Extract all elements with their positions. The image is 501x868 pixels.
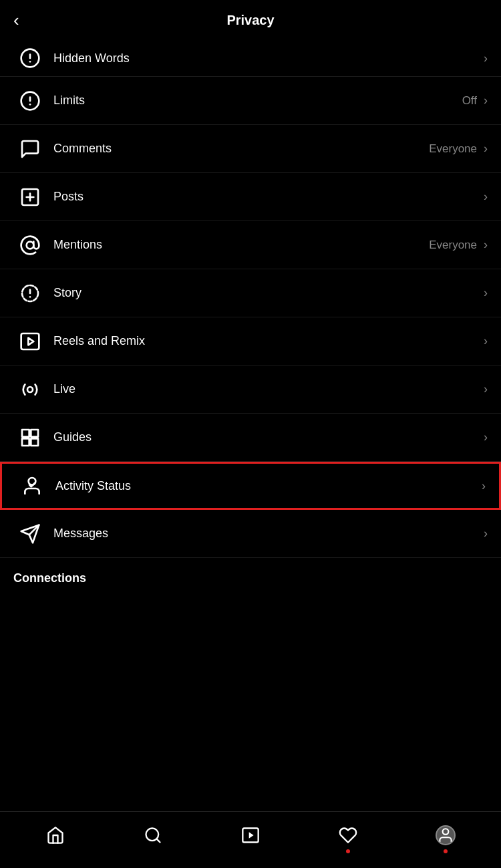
nav-reels[interactable] (230, 819, 271, 852)
hidden-words-label: Hidden Words (53, 51, 484, 65)
svg-marker-14 (28, 337, 33, 345)
menu-item-guides[interactable]: Guides › (0, 414, 501, 462)
header: ‹ Privacy (0, 0, 501, 40)
live-chevron: › (484, 382, 488, 396)
back-button[interactable]: ‹ (13, 10, 19, 31)
home-icon (46, 826, 65, 845)
limits-value: Off (462, 94, 477, 108)
svg-line-24 (156, 839, 160, 842)
svg-rect-17 (31, 430, 38, 437)
activity-status-label: Activity Status (55, 479, 475, 493)
bottom-nav (0, 811, 501, 868)
posts-label: Posts (53, 190, 477, 204)
nav-home[interactable] (35, 819, 75, 852)
story-icon (13, 277, 47, 310)
menu-item-limits[interactable]: Limits Off › (0, 77, 501, 125)
mentions-chevron: › (484, 238, 488, 252)
live-label: Live (53, 382, 477, 396)
comments-chevron: › (484, 142, 488, 156)
page-title: Privacy (226, 13, 274, 28)
live-icon (13, 373, 47, 406)
guides-icon (13, 421, 47, 454)
svg-rect-16 (22, 430, 29, 437)
svg-rect-19 (31, 438, 38, 446)
activity-status-icon (15, 469, 49, 502)
menu-list: Hidden Words › Limits Off › Co (0, 40, 501, 558)
story-label: Story (53, 286, 477, 300)
hidden-words-icon (13, 41, 47, 75)
comments-label: Comments (53, 142, 429, 156)
menu-item-posts[interactable]: Posts › (0, 173, 501, 221)
mentions-label: Mentions (53, 238, 429, 252)
menu-item-hidden-words[interactable]: Hidden Words › (0, 40, 501, 77)
hidden-words-chevron: › (484, 51, 488, 65)
svg-point-9 (27, 241, 34, 249)
connections-label: Connections (13, 571, 86, 585)
mentions-value: Everyone (429, 239, 477, 252)
guides-chevron: › (484, 430, 488, 444)
connections-section: Connections (0, 558, 501, 591)
search-icon (144, 826, 162, 845)
menu-item-live[interactable]: Live › (0, 366, 501, 414)
activity-status-chevron: › (482, 479, 486, 493)
svg-rect-18 (22, 438, 29, 446)
posts-chevron: › (484, 190, 488, 204)
reels-label: Reels and Remix (53, 334, 477, 348)
svg-marker-26 (249, 832, 254, 838)
reels-nav-icon (241, 826, 260, 845)
activity-dot (346, 849, 350, 853)
menu-item-messages[interactable]: Messages › (0, 510, 501, 558)
messages-chevron: › (484, 527, 488, 541)
messages-label: Messages (53, 527, 477, 541)
menu-item-comments[interactable]: Comments Everyone › (0, 125, 501, 173)
story-chevron: › (484, 286, 488, 300)
limits-icon (13, 84, 47, 118)
svg-point-27 (443, 829, 449, 835)
mentions-icon (13, 229, 47, 262)
heart-icon (339, 826, 357, 845)
nav-activity[interactable] (328, 819, 368, 852)
limits-chevron: › (484, 94, 488, 108)
svg-rect-13 (21, 333, 39, 349)
messages-icon (13, 517, 47, 551)
nav-profile[interactable] (426, 819, 466, 852)
nav-search[interactable] (133, 819, 173, 852)
menu-item-mentions[interactable]: Mentions Everyone › (0, 221, 501, 269)
menu-item-story[interactable]: Story › (0, 269, 501, 317)
limits-label: Limits (53, 94, 462, 108)
reels-icon (13, 325, 47, 358)
menu-item-reels[interactable]: Reels and Remix › (0, 317, 501, 366)
menu-item-activity-status[interactable]: Activity Status › (0, 462, 501, 510)
profile-dot (444, 849, 448, 853)
comments-value: Everyone (429, 142, 477, 156)
svg-point-15 (27, 387, 33, 392)
comments-icon (13, 132, 47, 166)
reels-chevron: › (484, 334, 488, 348)
posts-icon (13, 180, 47, 214)
profile-avatar (436, 825, 456, 845)
guides-label: Guides (53, 430, 477, 444)
